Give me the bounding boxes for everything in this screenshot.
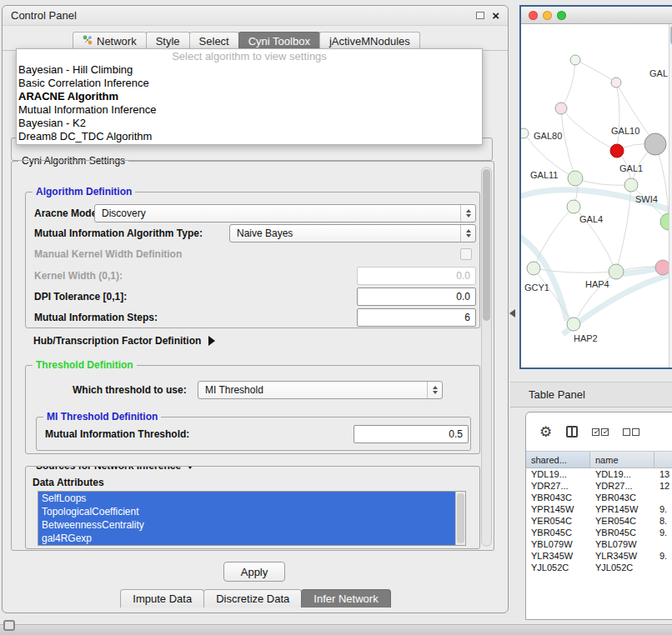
tab-network[interactable]: Network	[73, 32, 147, 50]
network-tab-icon	[83, 35, 93, 48]
cell-shared-name: YPR145W	[526, 504, 590, 514]
table-row[interactable]: YBR045C YBR045C 9.	[526, 527, 672, 538]
hub-section-label: Hub/Transcription Factor Definition	[33, 335, 201, 347]
table-row[interactable]: YJL052C YJL052C	[526, 562, 672, 573]
network-node[interactable]	[611, 78, 621, 88]
aracne-mode-label: Aracne Mode:	[34, 208, 100, 219]
cell-name: YBR043C	[590, 492, 654, 502]
scrollbar-thumb[interactable]	[457, 493, 464, 543]
which-threshold-select[interactable]: MI Threshold	[198, 381, 443, 399]
table-panel-header: Table Panel	[510, 382, 672, 408]
attributes-scrollbar[interactable]	[455, 492, 465, 545]
show-columns-icon[interactable]	[566, 426, 578, 438]
cyni-algorithm-settings-group: Cyni Algorithm Settings Algorithm Defini…	[11, 161, 494, 551]
attribute-item[interactable]: SelfLoops	[38, 492, 455, 505]
sources-section-label: Sources for Network Inference	[36, 466, 181, 472]
table-row[interactable]: YBR043C YBR043C	[526, 492, 672, 503]
aracne-mode-value: Discovery	[102, 208, 146, 219]
table-row[interactable]: YBL079W YBL079W	[526, 538, 672, 550]
cell-shared-name: YBR043C	[526, 492, 590, 502]
column-header-extra[interactable]	[654, 452, 672, 468]
window-bottom-bar	[0, 624, 672, 635]
aracne-mode-select[interactable]: Discovery	[94, 204, 476, 222]
algorithm-option[interactable]: Basic Correlation Inference	[17, 77, 482, 90]
tab-select[interactable]: Select	[189, 32, 239, 50]
attribute-item[interactable]: TopologicalCoefficient	[38, 505, 455, 518]
column-header-shared-name[interactable]: shared...	[526, 452, 590, 468]
network-node[interactable]	[567, 318, 580, 331]
table-row[interactable]: YDL19... YDL19... 13	[526, 468, 672, 480]
control-panel-tabs: Network Style Select Cyni Toolbox jActiv…	[3, 26, 508, 51]
cell-name: YLR345W	[590, 551, 654, 561]
apply-button[interactable]: Apply	[223, 562, 285, 582]
combo-arrows-icon	[460, 225, 475, 242]
sources-section-toggle[interactable]: Sources for Network Inference	[33, 466, 198, 472]
network-window-titlebar	[521, 7, 672, 24]
attribute-item[interactable]: BetweennessCentrality	[38, 518, 455, 532]
network-canvas[interactable]: GAL80GAL10GAL11GAL1SWI4GAL4GCY1HAP4HAP2G…	[521, 24, 672, 368]
control-panel-title: Control Panel	[11, 9, 77, 22]
cell-name: YER054C	[590, 516, 654, 526]
node-label: HAP2	[574, 333, 598, 343]
attribute-item[interactable]: gal4RGexp	[38, 532, 455, 545]
tab-style[interactable]: Style	[146, 32, 190, 50]
network-node[interactable]	[521, 128, 529, 138]
mi-algorithm-type-select[interactable]: Naive Bayes	[229, 224, 476, 242]
tab-impute-data[interactable]: Impute Data	[120, 589, 204, 608]
scrollbar-thumb[interactable]	[483, 169, 490, 321]
cell-extra: 12	[654, 481, 672, 491]
kernel-width-input[interactable]: 0.0	[357, 267, 476, 285]
tab-infer-network[interactable]: Infer Network	[301, 589, 390, 608]
table-row[interactable]: YER054C YER054C 8.	[526, 515, 672, 527]
table-row[interactable]: YLR345W YLR345W 9.	[526, 550, 672, 562]
network-node[interactable]	[610, 144, 624, 158]
mi-steps-input[interactable]: 6	[357, 308, 476, 327]
network-node[interactable]	[555, 102, 567, 114]
data-attributes-label: Data Attributes	[33, 477, 104, 488]
table-row[interactable]: YPR145W YPR145W 9.	[526, 503, 672, 515]
cell-shared-name: YLR345W	[526, 551, 590, 561]
network-edge	[561, 60, 575, 108]
network-node[interactable]	[624, 178, 638, 192]
mi-threshold-label: Mutual Information Threshold:	[45, 428, 189, 440]
manual-kernel-width-checkbox[interactable]	[460, 248, 472, 260]
node-label: GCY1	[524, 282, 549, 292]
cell-name: YPR145W	[590, 504, 654, 514]
network-node[interactable]	[609, 264, 624, 279]
minimized-panel-icon[interactable]	[3, 620, 15, 631]
algorithm-definition-group: Algorithm Definition Aracne Mode: Discov…	[25, 192, 480, 328]
dpi-tolerance-input[interactable]: 0.0	[357, 288, 476, 306]
algorithm-option[interactable]: Bayesian - K2	[17, 117, 482, 130]
kernel-width-label: Kernel Width (0,1):	[34, 270, 123, 282]
network-node[interactable]	[644, 133, 666, 155]
select-all-columns-icon[interactable]	[592, 428, 609, 436]
network-scrollbar[interactable]	[669, 24, 672, 368]
algorithm-option[interactable]: ARACNE Algorithm	[17, 90, 482, 103]
traffic-light-red[interactable]	[529, 11, 538, 20]
network-node[interactable]	[570, 55, 580, 65]
algorithm-option[interactable]: Bayesian - Hill Climbing	[17, 63, 482, 77]
traffic-light-green[interactable]	[557, 11, 566, 20]
mi-threshold-input[interactable]: 0.5	[354, 425, 469, 443]
tab-jactivemodules[interactable]: jActiveMNodules	[319, 32, 420, 50]
network-node[interactable]	[568, 171, 583, 186]
traffic-light-yellow[interactable]	[543, 11, 552, 20]
mi-algorithm-type-value: Naive Bayes	[237, 228, 293, 239]
mi-algorithm-type-label: Mutual Information Algorithm Type:	[34, 228, 203, 239]
hub-section-toggle[interactable]: Hub/Transcription Factor Definition	[33, 335, 215, 347]
tab-discretize-data[interactable]: Discretize Data	[203, 589, 302, 608]
float-panel-icon[interactable]	[476, 12, 484, 19]
column-header-name[interactable]: name	[590, 452, 654, 468]
algorithm-option[interactable]: Dream8 DC_TDC Algorithm	[17, 130, 482, 143]
deselect-all-columns-icon[interactable]	[623, 428, 639, 436]
tab-cyni-toolbox[interactable]: Cyni Toolbox	[238, 32, 320, 50]
network-node[interactable]	[567, 200, 580, 213]
panel-collapse-arrow[interactable]	[509, 309, 515, 318]
close-panel-icon[interactable]: ×	[492, 9, 499, 22]
settings-scrollbar[interactable]	[481, 167, 492, 547]
settings-gear-icon[interactable]: ⚙	[539, 425, 552, 439]
cell-name: YBL079W	[590, 539, 654, 549]
network-node[interactable]	[527, 262, 540, 275]
algorithm-option[interactable]: Mutual Information Inference	[17, 103, 482, 117]
table-row[interactable]: YDR27... YDR27... 12	[526, 480, 672, 492]
